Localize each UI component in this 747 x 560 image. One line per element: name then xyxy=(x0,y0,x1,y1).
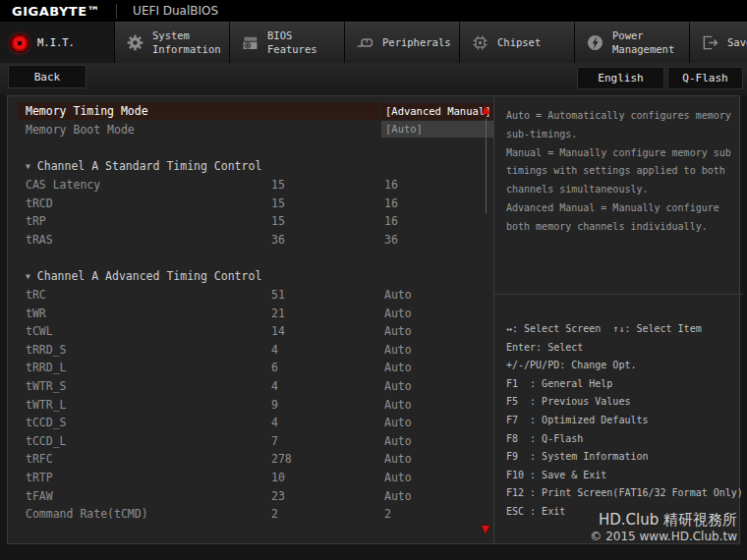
setting-label: tCWL xyxy=(18,322,379,340)
section-header[interactable]: ▼Channel A Standard Timing Control xyxy=(18,157,493,176)
hotkey-line: F7 : Optimized Defaults xyxy=(506,412,743,430)
help-text-line: timings with settings applied to both xyxy=(506,162,739,181)
hotkey-line: F5 : Previous Values xyxy=(506,393,743,412)
gigabyte-logo: GIGABYTE™ xyxy=(0,4,116,19)
help-text-line: both memory channels individually. xyxy=(506,218,739,237)
setting-value-col1: 4 xyxy=(271,379,278,393)
tab-bios-features[interactable]: BIOS Features xyxy=(230,22,345,63)
setting-label: tWR xyxy=(18,305,379,322)
mit-red-dot-icon xyxy=(9,32,30,54)
tab-peripherals[interactable]: Peripherals xyxy=(345,22,460,63)
setting-value-col2: Auto xyxy=(384,379,412,393)
setting-value-col2: 16 xyxy=(384,178,398,192)
bios-product-title: UEFI DualBIOS xyxy=(117,4,218,18)
setting-label: Memory Boot Mode xyxy=(18,121,379,139)
setting-row[interactable]: tWTR_S4Auto xyxy=(18,377,493,396)
setting-value-col2: 36 xyxy=(384,233,398,247)
setting-value-col1: 7 xyxy=(271,434,278,448)
setting-value-col1: 278 xyxy=(271,452,292,466)
setting-value-col1: 15 xyxy=(271,196,285,210)
setting-row[interactable]: tCCD_L7Auto xyxy=(18,432,493,451)
section-header[interactable]: ▼Channel A Advanced Timing Control xyxy=(18,267,493,286)
setting-label: tRRD_L xyxy=(18,359,379,376)
setting-row[interactable]: Memory Timing Mode[Advanced Manual] xyxy=(18,102,493,121)
hotkeys-panel: ↔: Select Screen ↑↓: Select ItemEnter: S… xyxy=(494,294,743,543)
hotkey-line: F12 : Print Screen(FAT16/32 Format Only) xyxy=(506,484,743,503)
setting-value-col2: 2 xyxy=(384,507,391,521)
hotkey-line: ↔: Select Screen ↑↓: Select Item xyxy=(506,320,743,339)
setting-row[interactable]: tRRD_S4Auto xyxy=(18,341,493,360)
setting-value: [Auto] xyxy=(381,121,493,138)
setting-label: tWTR_S xyxy=(18,377,379,395)
setting-row[interactable]: tFAW23Auto xyxy=(18,486,493,505)
setting-label: tRC xyxy=(18,286,379,304)
settings-pane: Memory Timing Mode[Advanced Manual]Memor… xyxy=(8,96,493,543)
setting-row[interactable]: tRRD_L6Auto xyxy=(18,359,493,377)
collapse-arrow-icon: ▼ xyxy=(18,162,37,171)
qflash-button[interactable]: Q-Flash xyxy=(667,67,743,89)
setting-row[interactable]: tRFC278Auto xyxy=(18,450,493,469)
tab-bar: M.I.T. System Information xyxy=(0,22,747,63)
setting-label: Command Rate(tCMD) xyxy=(18,505,379,523)
setting-value-col2: Auto xyxy=(384,434,412,448)
back-button[interactable]: Back xyxy=(8,65,86,88)
gear-icon xyxy=(124,32,145,54)
tab-power-management[interactable]: Power Management xyxy=(575,22,690,63)
setting-row[interactable]: tCWL14Auto xyxy=(18,322,493,341)
hotkey-line: F9 : System Information xyxy=(506,448,743,467)
folder-plus-icon xyxy=(239,32,260,54)
setting-label: tRCD xyxy=(18,195,379,212)
setting-row[interactable]: tRAS3636 xyxy=(18,231,493,250)
section-label: Channel A Advanced Timing Control xyxy=(37,269,261,283)
setting-value-col2: 16 xyxy=(384,214,398,228)
setting-row[interactable]: CAS Latency1516 xyxy=(18,176,493,195)
help-text-line: channels simultaneously. xyxy=(506,181,739,199)
setting-row[interactable]: tWR21Auto xyxy=(18,304,493,322)
setting-row[interactable]: tRP1516 xyxy=(18,212,493,231)
setting-value-col2: Auto xyxy=(384,288,412,302)
scrollbar[interactable] xyxy=(486,119,487,213)
setting-label: tRRD_S xyxy=(18,341,379,359)
tab-system-information[interactable]: System Information xyxy=(115,22,230,63)
setting-value-col2: Auto xyxy=(384,416,412,429)
scroll-down-icon[interactable] xyxy=(482,526,489,533)
setting-value-col1: 14 xyxy=(271,324,285,338)
setting-value-col1: 21 xyxy=(271,307,285,320)
setting-value-col2: Auto xyxy=(384,489,412,503)
setting-value-col1: 6 xyxy=(271,361,278,374)
row-spacer xyxy=(8,139,493,157)
setting-row[interactable]: tRCD1516 xyxy=(18,194,493,212)
tab-label: System Information xyxy=(152,29,229,56)
setting-label: tRP xyxy=(18,212,379,230)
tab-label: BIOS Features xyxy=(267,29,344,56)
row-spacer xyxy=(8,249,493,267)
setting-value-col2: Auto xyxy=(384,452,412,466)
help-text-line: sub-timings. xyxy=(506,126,739,144)
setting-row[interactable]: tWTR_L9Auto xyxy=(18,395,493,414)
setting-row[interactable]: Memory Boot Mode[Auto] xyxy=(18,121,493,140)
setting-label: tRFC xyxy=(18,450,379,468)
setting-row[interactable]: tRC51Auto xyxy=(18,286,493,305)
info-pane: Auto = Automatically configures memorysu… xyxy=(493,96,743,543)
setting-row[interactable]: Command Rate(tCMD)22 xyxy=(18,505,493,524)
help-panel: Auto = Automatically configures memorysu… xyxy=(494,96,743,294)
setting-label: tRAS xyxy=(18,231,379,249)
setting-label: tCCD_L xyxy=(18,432,379,450)
setting-label: tWTR_L xyxy=(18,396,379,414)
tab-chipset[interactable]: Chipset xyxy=(460,22,575,63)
hotkey-line: F1 : General Help xyxy=(506,375,743,394)
tab-save-exit[interactable]: Save & Exit xyxy=(690,22,747,63)
setting-value-col2: Auto xyxy=(384,471,412,484)
section-label: Channel A Standard Timing Control xyxy=(37,159,261,173)
scroll-up-icon[interactable] xyxy=(482,106,489,114)
setting-row[interactable]: tRTP10Auto xyxy=(18,469,493,487)
lightning-bolt-icon xyxy=(584,32,605,54)
setting-label: tRTP xyxy=(18,469,379,486)
tab-label: Power Management xyxy=(612,29,689,56)
setting-row[interactable]: tCCD_S4Auto xyxy=(18,414,493,432)
setting-value-col1: 51 xyxy=(271,288,285,302)
hotkey-line: F10 : Save & Exit xyxy=(506,467,743,485)
tab-mit[interactable]: M.I.T. xyxy=(0,22,115,63)
setting-value-col1: 10 xyxy=(271,471,285,484)
language-button[interactable]: English xyxy=(577,67,664,89)
